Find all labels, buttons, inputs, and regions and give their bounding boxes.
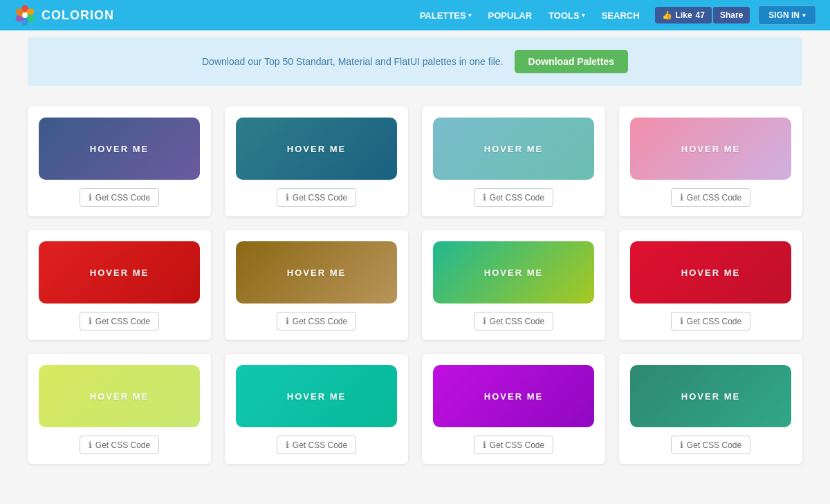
css-code-button-5[interactable]: ℹGet CSS Code [80,312,159,330]
css-code-label-11: Get CSS Code [490,440,544,450]
hover-label-6: HOVER ME [287,268,346,278]
css-code-label-2: Get CSS Code [293,193,347,203]
info-icon: ℹ [483,316,486,326]
download-banner: Download our Top 50 Standart, Material a… [28,37,802,86]
color-swatch-4[interactable]: HOVER ME [630,118,791,180]
info-icon: ℹ [483,440,486,450]
color-swatch-11[interactable]: HOVER ME [433,365,594,427]
signin-chevron-icon: ▾ [802,12,806,19]
color-swatch-1[interactable]: HOVER ME [39,118,200,180]
info-icon: ℹ [680,440,683,450]
css-code-button-9[interactable]: ℹGet CSS Code [80,436,159,454]
brand-logo-link[interactable]: COLORION [14,4,114,26]
css-code-label-7: Get CSS Code [490,317,544,326]
css-code-label-5: Get CSS Code [95,317,150,326]
palette-grid: HOVER MEℹGet CSS CodeHOVER MEℹGet CSS Co… [0,93,830,478]
css-code-label-4: Get CSS Code [687,193,741,203]
nav-tools[interactable]: TOOLS ▾ [542,6,592,25]
info-icon: ℹ [483,192,486,203]
hover-label-10: HOVER ME [287,391,346,402]
hover-label-5: HOVER ME [90,268,149,278]
info-icon: ℹ [286,440,289,450]
brand-logo-icon [14,4,36,26]
thumbs-up-icon: 👍 [662,10,672,20]
nav-palettes[interactable]: PALETTES ▾ [413,6,479,25]
hover-label-4: HOVER ME [681,144,740,154]
palette-card-1: HOVER MEℹGet CSS Code [28,106,211,216]
brand-name: COLORION [42,8,114,23]
hover-label-2: HOVER ME [287,144,346,154]
hover-label-3: HOVER ME [484,144,543,154]
info-icon: ℹ [680,192,683,203]
css-code-button-1[interactable]: ℹGet CSS Code [80,188,159,207]
css-code-label-9: Get CSS Code [95,440,150,450]
palettes-chevron-icon: ▾ [468,12,472,19]
palette-card-10: HOVER MEℹGet CSS Code [225,354,408,464]
info-icon: ℹ [89,316,92,326]
css-code-label-6: Get CSS Code [293,317,347,326]
download-palettes-button[interactable]: Download Palettes [515,50,628,73]
tools-chevron-icon: ▾ [582,12,585,19]
palette-card-9: HOVER MEℹGet CSS Code [28,354,211,464]
banner-text: Download our Top 50 Standart, Material a… [202,56,504,67]
info-icon: ℹ [286,316,289,326]
hover-label-9: HOVER ME [90,391,149,402]
palette-card-4: HOVER MEℹGet CSS Code [619,106,802,216]
css-code-label-3: Get CSS Code [490,193,544,203]
css-code-button-3[interactable]: ℹGet CSS Code [474,188,553,207]
css-code-label-8: Get CSS Code [687,317,741,326]
css-code-button-4[interactable]: ℹGet CSS Code [671,188,750,207]
palette-card-12: HOVER MEℹGet CSS Code [619,354,802,464]
nav-popular[interactable]: POPULAR [481,6,540,25]
hover-label-8: HOVER ME [681,268,740,278]
hover-label-12: HOVER ME [681,391,740,402]
facebook-group: 👍 Like 47 Share [655,7,750,24]
palette-card-2: HOVER MEℹGet CSS Code [225,106,408,216]
color-swatch-12[interactable]: HOVER ME [630,365,791,427]
info-icon: ℹ [89,192,92,203]
like-button[interactable]: 👍 Like 47 [655,7,712,24]
nav-search[interactable]: SEARCH [595,6,647,25]
info-icon: ℹ [286,192,289,203]
nav-links: PALETTES ▾ POPULAR TOOLS ▾ SEARCH 👍 Like… [413,6,816,25]
palette-card-11: HOVER MEℹGet CSS Code [422,354,605,464]
svg-point-6 [22,12,28,18]
hover-label-11: HOVER ME [484,391,543,402]
info-icon: ℹ [89,440,92,450]
color-swatch-2[interactable]: HOVER ME [236,118,397,180]
info-icon: ℹ [680,316,683,326]
color-swatch-5[interactable]: HOVER ME [39,241,200,304]
palette-card-6: HOVER MEℹGet CSS Code [225,230,408,340]
css-code-button-7[interactable]: ℹGet CSS Code [474,312,553,330]
css-code-button-12[interactable]: ℹGet CSS Code [671,436,750,454]
color-swatch-6[interactable]: HOVER ME [236,241,397,304]
navbar: COLORION PALETTES ▾ POPULAR TOOLS ▾ SEAR… [0,0,830,30]
palette-card-7: HOVER MEℹGet CSS Code [422,230,605,340]
palette-card-3: HOVER MEℹGet CSS Code [422,106,605,216]
css-code-button-11[interactable]: ℹGet CSS Code [474,436,553,454]
css-code-button-8[interactable]: ℹGet CSS Code [671,312,750,330]
color-swatch-3[interactable]: HOVER ME [433,118,594,180]
hover-label-7: HOVER ME [484,268,543,278]
hover-label-1: HOVER ME [90,144,149,154]
share-button[interactable]: Share [713,7,750,24]
css-code-button-6[interactable]: ℹGet CSS Code [277,312,356,330]
color-swatch-8[interactable]: HOVER ME [630,241,791,304]
css-code-button-2[interactable]: ℹGet CSS Code [277,188,356,207]
css-code-label-12: Get CSS Code [687,440,741,450]
signin-button[interactable]: SIGN IN ▾ [758,6,816,25]
css-code-label-1: Get CSS Code [95,193,150,203]
color-swatch-10[interactable]: HOVER ME [236,365,397,427]
css-code-button-10[interactable]: ℹGet CSS Code [277,436,356,454]
color-swatch-9[interactable]: HOVER ME [39,365,200,427]
color-swatch-7[interactable]: HOVER ME [433,241,594,304]
palette-card-5: HOVER MEℹGet CSS Code [28,230,211,340]
palette-card-8: HOVER MEℹGet CSS Code [619,230,802,340]
css-code-label-10: Get CSS Code [293,440,347,450]
